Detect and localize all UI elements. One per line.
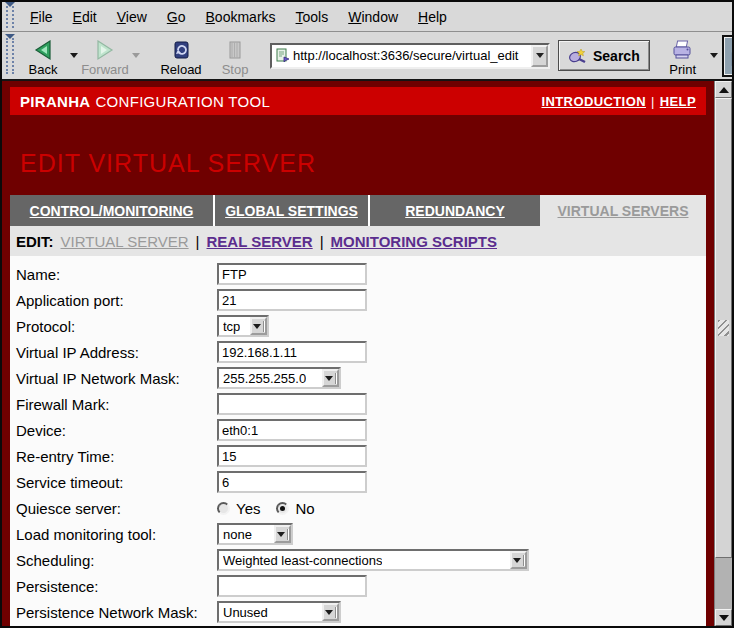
link-separator: | — [651, 94, 655, 109]
virtual-ip-mask-select[interactable]: 255.255.255.0 — [217, 367, 341, 389]
service-timeout-input[interactable] — [217, 471, 367, 493]
back-button[interactable]: Back — [20, 34, 66, 78]
form-row: Scheduling: Weighted least-connections — [16, 547, 706, 573]
firewall-mark-input[interactable] — [217, 393, 367, 415]
forward-dropdown-icon[interactable] — [132, 53, 140, 58]
vertical-scrollbar — [714, 81, 732, 626]
protocol-label: Protocol: — [16, 318, 217, 335]
quiesce-no-radio[interactable] — [276, 502, 289, 515]
menu-bookmarks[interactable]: Bookmarks — [196, 9, 286, 25]
arrow-up-icon — [719, 87, 729, 93]
introduction-link[interactable]: INTRODUCTION — [541, 94, 645, 109]
piranha-header-bar: PIRANHA CONFIGURATION TOOL INTRODUCTION … — [10, 87, 706, 115]
printer-icon — [671, 38, 695, 62]
form-row: Persistence Network Mask: Unused — [16, 599, 706, 625]
reload-icon — [170, 38, 192, 62]
reentry-time-input[interactable] — [217, 445, 367, 467]
device-input[interactable] — [217, 419, 367, 441]
reentry-time-label: Re-entry Time: — [16, 448, 217, 465]
forward-button[interactable]: Forward — [82, 34, 128, 78]
brand-subtitle: CONFIGURATION TOOL — [95, 93, 270, 110]
chevron-down-icon — [274, 525, 291, 543]
form-row: Firewall Mark: — [16, 391, 706, 417]
mozilla-throbber-icon[interactable] — [722, 35, 734, 77]
subnav-virtual-server-current: VIRTUAL SERVER — [61, 233, 189, 250]
scrollbar-track[interactable] — [715, 558, 732, 609]
search-button[interactable]: Search — [558, 40, 650, 71]
page-viewport: PIRANHA CONFIGURATION TOOL INTRODUCTION … — [2, 79, 732, 626]
browser-window: File Edit View Go Bookmarks Tools Window… — [0, 0, 734, 628]
tab-redundancy[interactable]: REDUNDANCY — [370, 195, 540, 226]
application-port-label: Application port: — [16, 292, 217, 309]
scrollbar-thumb[interactable] — [715, 98, 732, 558]
form-row: Device: — [16, 417, 706, 443]
service-timeout-label: Service timeout: — [16, 474, 217, 491]
tab-bar: CONTROL/MONITORING GLOBAL SETTINGS REDUN… — [10, 195, 706, 226]
quiesce-yes-label: Yes — [236, 500, 260, 517]
menu-edit[interactable]: Edit — [63, 9, 107, 25]
chevron-down-icon — [250, 317, 267, 335]
page-proxy-icon[interactable] — [275, 48, 290, 63]
url-input[interactable] — [293, 48, 531, 63]
menu-go[interactable]: Go — [157, 9, 196, 25]
back-dropdown-icon[interactable] — [70, 53, 78, 58]
persistence-mask-label: Persistence Network Mask: — [16, 604, 217, 621]
arrow-down-icon — [719, 615, 729, 621]
back-arrow-icon — [32, 38, 54, 62]
virtual-ip-input[interactable] — [217, 341, 367, 363]
scroll-down-button[interactable] — [715, 609, 732, 626]
url-dropdown-button[interactable] — [531, 45, 548, 67]
chevron-down-icon — [510, 551, 527, 569]
quiesce-yes-radio[interactable] — [217, 502, 230, 515]
persistence-label: Persistence: — [16, 578, 217, 595]
scheduling-select[interactable]: Weighted least-connections — [217, 549, 529, 571]
menu-help[interactable]: Help — [408, 9, 457, 25]
name-input[interactable] — [217, 263, 367, 285]
subnav-real-server-link[interactable]: REAL SERVER — [207, 233, 313, 250]
load-monitoring-select[interactable]: none — [217, 523, 293, 545]
form-row: Load monitoring tool: none — [16, 521, 706, 547]
quiesce-no-label: No — [295, 500, 314, 517]
subnav-monitoring-scripts-link[interactable]: MONITORING SCRIPTS — [331, 233, 497, 250]
application-port-input[interactable] — [217, 289, 367, 311]
form-row: Application port: — [16, 287, 706, 313]
form-row: Service timeout: — [16, 469, 706, 495]
menu-tools[interactable]: Tools — [286, 9, 339, 25]
subnav-separator: | — [196, 233, 200, 250]
persistence-input[interactable] — [217, 575, 367, 597]
form-row: Quiesce server: Yes No — [16, 495, 706, 521]
scroll-up-button[interactable] — [715, 81, 732, 98]
form-row: Re-entry Time: — [16, 443, 706, 469]
toolbar-grippy[interactable] — [6, 38, 14, 74]
menu-view[interactable]: View — [107, 9, 157, 25]
form-row: Name: — [16, 261, 706, 287]
page-title: EDIT VIRTUAL SERVER — [20, 149, 714, 195]
form-row: Persistence: — [16, 573, 706, 599]
subnav-separator: | — [320, 233, 324, 250]
edit-subnav: EDIT: VIRTUAL SERVER | REAL SERVER | MON… — [10, 226, 706, 256]
reload-button[interactable]: Reload — [158, 34, 204, 78]
virtual-server-form: Name: Application port: Protocol: tcp — [10, 256, 706, 625]
chevron-down-icon — [322, 369, 339, 387]
stop-button[interactable]: Stop — [212, 34, 258, 78]
subnav-prefix: EDIT: — [16, 233, 54, 250]
load-monitoring-label: Load monitoring tool: — [16, 526, 217, 543]
menu-window[interactable]: Window — [338, 9, 408, 25]
scheduling-label: Scheduling: — [16, 552, 217, 569]
toolbar-grippy[interactable] — [6, 6, 14, 28]
chevron-down-icon — [322, 603, 339, 621]
protocol-select[interactable]: tcp — [217, 315, 269, 337]
tab-virtual-servers[interactable]: VIRTUAL SERVERS — [540, 195, 706, 226]
tab-control-monitoring[interactable]: CONTROL/MONITORING — [10, 195, 215, 226]
form-row: Virtual IP Address: — [16, 339, 706, 365]
print-dropdown-icon[interactable] — [710, 53, 718, 58]
persistence-mask-select[interactable]: Unused — [217, 601, 341, 623]
navigation-toolbar: Back Forward Reload Stop — [2, 32, 732, 79]
menu-file[interactable]: File — [20, 9, 63, 25]
tab-global-settings[interactable]: GLOBAL SETTINGS — [215, 195, 370, 226]
help-link[interactable]: HELP — [660, 94, 696, 109]
print-button[interactable]: Print — [660, 34, 706, 78]
device-label: Device: — [16, 422, 217, 439]
stop-icon — [225, 38, 245, 62]
forward-arrow-icon — [94, 38, 116, 62]
